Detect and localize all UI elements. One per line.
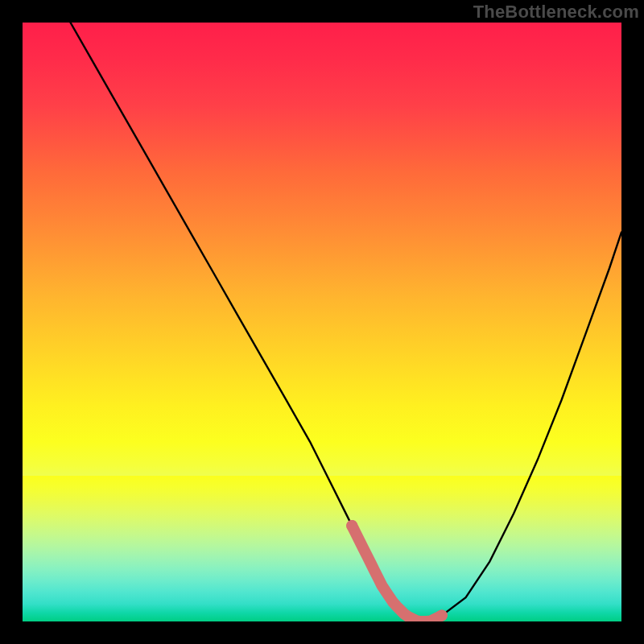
chart-svg: [23, 23, 621, 621]
highlight-end-dot-right: [436, 610, 448, 621]
chart-frame: TheBottleneck.com: [0, 0, 644, 644]
highlight-end-dot-left: [346, 520, 357, 531]
bottleneck-curve-line: [71, 23, 622, 621]
watermark-text: TheBottleneck.com: [473, 2, 639, 23]
highlight-stroke: [352, 526, 442, 621]
chart-plot-area: [23, 23, 621, 621]
